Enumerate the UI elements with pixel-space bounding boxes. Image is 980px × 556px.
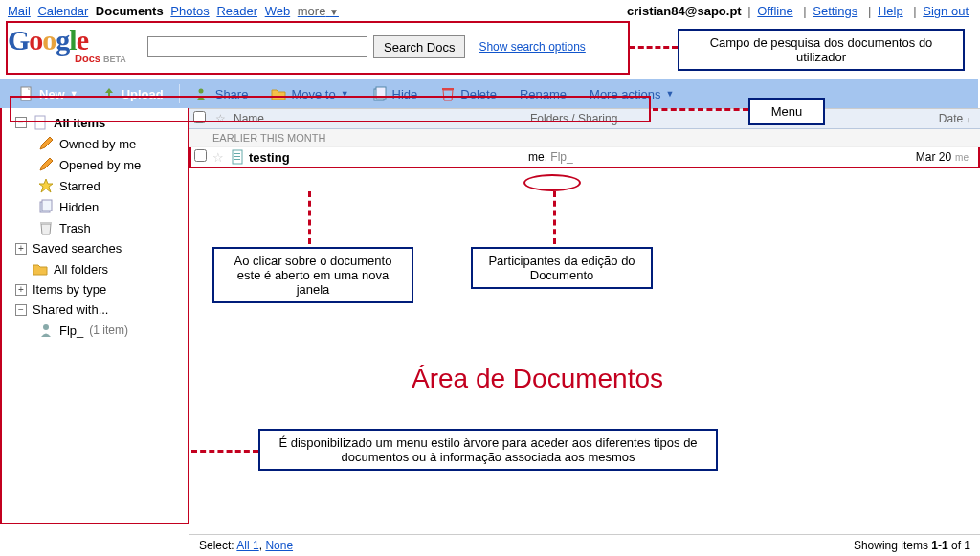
doc-icon — [228, 149, 247, 166]
doc-row[interactable]: ☆ testing me, Flp_ Mar 20me — [189, 147, 980, 168]
nav-documents[interactable]: Documents — [96, 4, 164, 18]
trash-icon — [440, 86, 456, 101]
new-button[interactable]: New ▼ — [10, 82, 88, 105]
footer: Select: All 1, None Showing items 1-1 of… — [189, 534, 980, 556]
svg-point-1 — [198, 89, 203, 94]
page-icon — [33, 115, 48, 130]
page-icon — [19, 86, 34, 101]
more-actions-button[interactable]: More actions ▼ — [580, 83, 683, 105]
show-search-options-link[interactable]: Show search options — [479, 40, 585, 54]
link-signout[interactable]: Sign out — [923, 4, 969, 18]
sidebar-all-items[interactable]: − All items — [11, 112, 184, 133]
annotation-doc-click: Ao clicar sobre o documento este é abert… — [212, 247, 413, 303]
hidden-icon — [38, 199, 54, 214]
sidebar-shared-user[interactable]: Flp_ (1 item) — [11, 320, 184, 341]
svg-rect-8 — [40, 222, 52, 224]
select-all-checkbox[interactable] — [193, 111, 206, 123]
sidebar-saved-searches[interactable]: + Saved searches — [11, 238, 184, 258]
collapse-icon[interactable]: − — [15, 117, 27, 128]
account-email: cristian84@sapo.pt — [627, 4, 742, 18]
trash-icon — [38, 220, 54, 235]
delete-button[interactable]: Delete — [431, 82, 506, 105]
annotation-area-title: Área de Documentos — [412, 364, 663, 394]
star-column[interactable]: ☆ — [211, 112, 230, 125]
link-help[interactable]: Help — [878, 4, 903, 18]
sidebar-hidden[interactable]: Hidden — [11, 196, 184, 217]
nav-more[interactable]: more ▼ — [298, 4, 339, 18]
annotation-search-label: Campo de pesquisa dos documentos do util… — [678, 29, 965, 71]
folder-icon — [271, 86, 286, 101]
showing-items: Showing items 1-1 of 1 — [854, 539, 970, 552]
row-checkbox[interactable] — [194, 149, 207, 162]
toolbar: New ▼ Upload Share Move to ▼ Hide Delete… — [0, 79, 978, 108]
moveto-button[interactable]: Move to ▼ — [261, 82, 358, 105]
annotation-connector — [553, 191, 556, 244]
svg-rect-13 — [234, 159, 240, 160]
nav-mail[interactable]: Mail — [8, 4, 31, 18]
sidebar-opened[interactable]: Opened by me — [11, 154, 184, 175]
person-icon — [38, 322, 54, 338]
group-header: EARLIER THIS MONTH — [189, 129, 980, 147]
svg-rect-4 — [442, 88, 454, 90]
svg-rect-7 — [42, 200, 52, 211]
select-all-link[interactable]: All 1 — [236, 539, 258, 552]
hide-button[interactable]: Hide — [363, 82, 428, 105]
select-none-link[interactable]: None — [265, 539, 293, 552]
collapse-icon[interactable]: − — [15, 304, 27, 316]
svg-rect-12 — [234, 156, 240, 157]
expand-icon[interactable]: + — [15, 284, 27, 296]
annotation-participants: Participantes da edição do Documento — [471, 247, 653, 289]
link-offline[interactable]: Offline — [757, 4, 792, 18]
svg-rect-3 — [376, 87, 386, 99]
sidebar-all-folders[interactable]: All folders — [11, 258, 184, 279]
pencil-icon — [38, 136, 54, 151]
google-docs-logo: Google Docs BETA — [8, 24, 142, 70]
nav-photos[interactable]: Photos — [170, 4, 209, 18]
rename-button[interactable]: Rename — [510, 83, 576, 105]
svg-rect-11 — [234, 153, 240, 154]
doc-name[interactable]: testing — [247, 150, 528, 165]
date-column[interactable]: Date ↓ — [884, 112, 980, 125]
pencil-icon — [38, 157, 54, 172]
row-star[interactable]: ☆ — [209, 150, 228, 165]
annotation-tree-info: É disponibilizado um menu estilo àrvore … — [258, 429, 718, 471]
nav-calendar[interactable]: Calendar — [37, 4, 88, 18]
share-icon — [195, 86, 211, 101]
doc-sharing: me, Flp_ — [528, 150, 882, 164]
annotation-connector — [308, 191, 311, 244]
share-button[interactable]: Share — [186, 82, 258, 105]
svg-rect-5 — [35, 116, 45, 129]
link-settings[interactable]: Settings — [813, 4, 858, 18]
svg-point-9 — [43, 324, 49, 330]
sidebar-items-by-type[interactable]: + Items by type — [11, 279, 184, 300]
hide-icon — [372, 86, 388, 101]
name-column[interactable]: Name — [230, 112, 530, 125]
star-icon — [38, 178, 54, 193]
sidebar-starred[interactable]: Starred — [11, 175, 184, 196]
search-input[interactable] — [147, 36, 368, 57]
annotation-connector — [191, 450, 258, 453]
sidebar-owned[interactable]: Owned by me — [11, 133, 184, 154]
doc-date: Mar 20me — [882, 150, 978, 164]
nav-reader[interactable]: Reader — [216, 4, 257, 18]
search-button[interactable]: Search Docs — [373, 35, 465, 58]
annotation-menu-label: Menu — [748, 98, 825, 125]
expand-icon[interactable]: + — [15, 243, 27, 255]
folder-icon — [33, 261, 48, 277]
annotation-connector — [630, 46, 678, 49]
sidebar: − All items Owned by me Opened by me Sta… — [0, 108, 189, 524]
nav-web[interactable]: Web — [265, 4, 291, 18]
annotation-connector — [653, 108, 748, 111]
top-nav: Mail Calendar Documents Photos Reader We… — [0, 0, 980, 20]
upload-button[interactable]: Upload — [92, 82, 173, 105]
folders-column[interactable]: Folders / Sharing — [530, 112, 884, 125]
column-headers: ☆ Name Folders / Sharing Date ↓ — [189, 108, 980, 129]
sidebar-trash[interactable]: Trash — [11, 217, 184, 238]
select-label: Select: — [199, 539, 234, 552]
sidebar-shared-with[interactable]: − Shared with... — [11, 300, 184, 320]
upload-icon — [101, 86, 117, 101]
